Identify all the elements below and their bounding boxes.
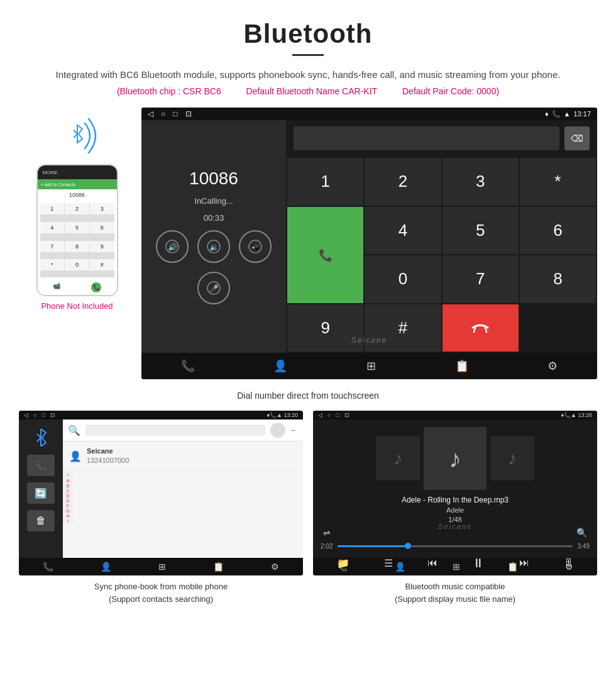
alpha-h[interactable]: H (66, 514, 69, 518)
transfer-button[interactable]: 📲 (239, 230, 272, 263)
key-hash[interactable]: # (90, 259, 114, 270)
play-pause-icon[interactable]: ⏸ (472, 556, 485, 570)
key-5[interactable]: 5 (65, 222, 89, 233)
numpad-key-6[interactable]: 6 (520, 207, 596, 255)
pink-info-bar: (Bluetooth chip : CSR BC6 Default Blueto… (0, 86, 616, 108)
alpha-f[interactable]: F (67, 504, 69, 508)
pb-phone-icon[interactable]: 📞 (27, 455, 55, 476)
pb-avatar-circle (270, 423, 285, 438)
numpad-key-4[interactable]: 4 (365, 207, 441, 255)
pb-left-sidebar: 📞 🔄 🗑 (19, 419, 63, 558)
pb-bottom-settings[interactable]: ⚙ (271, 562, 279, 572)
key-7[interactable]: 7 (40, 241, 65, 252)
volume-down-button[interactable]: 🔉 (197, 230, 230, 263)
alpha-e[interactable]: E (67, 499, 70, 503)
dialer-input-box[interactable] (294, 126, 559, 150)
call-end-button[interactable] (443, 304, 519, 352)
pb-bottom-contacts[interactable]: 👤 (101, 562, 111, 572)
numpad-key-7[interactable]: 7 (443, 255, 519, 303)
bt-code-info: Default Pair Code: 0000) (402, 86, 499, 96)
numpad-key-0[interactable]: 0 (365, 255, 441, 303)
home-icon[interactable]: ○ (161, 109, 165, 118)
phone-call-button[interactable]: 📞 (91, 282, 101, 292)
page-title: Bluetooth (0, 0, 616, 54)
playlist-icon[interactable]: ☰ (384, 557, 393, 569)
key-8[interactable]: 8 (65, 241, 89, 252)
numpad-key-8[interactable]: 8 (520, 255, 596, 303)
key-0[interactable]: 0 (65, 259, 89, 270)
mute-button[interactable]: 🎤 (197, 272, 230, 304)
alpha-star[interactable]: * (67, 474, 69, 478)
alpha-b[interactable]: B (67, 484, 70, 488)
phone-bottom-icons: 📹 📞 (38, 280, 117, 295)
album-art-left: ♪ (376, 436, 420, 480)
back-icon[interactable]: ◁ (148, 109, 153, 118)
key-6[interactable]: 6 (90, 222, 114, 233)
pb-bottom-transfer[interactable]: 📋 (213, 562, 224, 572)
key-3[interactable]: 3 (90, 203, 114, 214)
music-screenshot-icon[interactable]: ⊡ (344, 412, 349, 418)
numpad-key-5[interactable]: 5 (443, 207, 519, 255)
alpha-d[interactable]: D (66, 494, 69, 498)
pb-bottom-dialpad[interactable]: ⊞ (158, 562, 166, 572)
bottom-contacts-icon[interactable]: 👤 (273, 359, 287, 373)
bottom-dialpad-icon[interactable]: ⊞ (366, 359, 376, 373)
music-back-icon[interactable]: ◁ (318, 412, 322, 418)
recents-icon[interactable]: □ (173, 109, 177, 118)
pb-recents-icon[interactable]: □ (41, 412, 45, 418)
phone-top-bar: MORE (38, 165, 117, 179)
pb-search-input[interactable] (85, 425, 265, 436)
key-2[interactable]: 2 (65, 203, 89, 214)
numpad-key-1[interactable]: 1 (287, 158, 363, 206)
pb-back-icon[interactable]: ◁ (24, 412, 28, 418)
music-status-right: ♦📞▲ 13:26 (561, 412, 592, 418)
bt-chip-info: (Bluetooth chip : CSR BC6 (117, 86, 221, 96)
pb-screenshot-icon[interactable]: ⊡ (50, 412, 55, 418)
screenshot-icon[interactable]: ⊡ (185, 109, 192, 118)
add-contacts-label: + Add to Contacts (41, 182, 75, 187)
folder-icon[interactable]: 📁 (337, 557, 349, 569)
bt-name-info: Default Bluetooth Name CAR-KIT (246, 86, 378, 96)
alpha-c[interactable]: C (66, 489, 69, 493)
phone-mockup: MORE + Add to Contacts 10086 1 2 3 4 5 6… (36, 164, 118, 296)
key-1[interactable]: 1 (40, 203, 65, 214)
numpad-key-2[interactable]: 2 (365, 158, 441, 206)
pb-status-right: ♦📞▲ 13:20 (267, 412, 298, 418)
bottom-transfer-icon[interactable]: 📋 (455, 359, 469, 373)
volume-up-button[interactable]: 🔊 (156, 230, 189, 263)
pb-bottom-calls[interactable]: 📞 (43, 562, 53, 572)
pb-back-arrow[interactable]: ← (290, 426, 298, 435)
key-star[interactable]: * (40, 259, 65, 270)
equalizer-icon[interactable]: 🎚 (564, 557, 574, 569)
shuffle-icon[interactable]: ⇌ (323, 528, 331, 538)
alpha-i[interactable]: I (67, 519, 69, 523)
prev-track-icon[interactable]: ⏮ (427, 557, 437, 569)
music-progress-bar[interactable] (338, 545, 572, 547)
pb-delete-icon[interactable]: 🗑 (27, 510, 55, 531)
music-recents-icon[interactable]: □ (336, 412, 339, 418)
call-accept-button[interactable]: 📞 (287, 207, 363, 303)
alpha-a[interactable]: A (67, 479, 70, 483)
svg-text:📞: 📞 (319, 248, 333, 262)
music-search-icon[interactable]: 🔍 (576, 528, 587, 538)
music-progress-row: 2:02 3:49 (313, 540, 597, 552)
phonebook-screen: ◁ ○ □ ⊡ ♦📞▲ 13:20 (19, 411, 303, 575)
key-9[interactable]: 9 (90, 241, 114, 252)
contact-number: 13241007000 (87, 456, 129, 465)
pb-contact-row[interactable]: 👤 Seicane 13241007000 (63, 441, 303, 472)
backspace-button[interactable]: ⌫ (564, 126, 590, 150)
key-4[interactable]: 4 (40, 222, 65, 233)
numpad-key-3[interactable]: 3 (443, 158, 519, 206)
music-home-icon[interactable]: ○ (327, 412, 331, 418)
pb-home-icon[interactable]: ○ (33, 412, 36, 418)
alpha-g[interactable]: G (66, 509, 69, 513)
pb-bluetooth-icon[interactable] (27, 427, 55, 448)
pb-search-icon[interactable]: 🔍 (68, 425, 80, 436)
next-track-icon[interactable]: ⏭ (519, 557, 529, 569)
pb-sync-icon[interactable]: 🔄 (27, 482, 55, 504)
pb-bottom-bar: 📞 👤 ⊞ 📋 ⚙ (19, 558, 303, 575)
dialer-status: InCalling... (194, 196, 233, 206)
numpad-key-star[interactable]: * (520, 158, 596, 206)
bottom-calls-icon[interactable]: 📞 (181, 359, 195, 373)
bottom-settings-icon[interactable]: ⚙ (547, 359, 558, 373)
